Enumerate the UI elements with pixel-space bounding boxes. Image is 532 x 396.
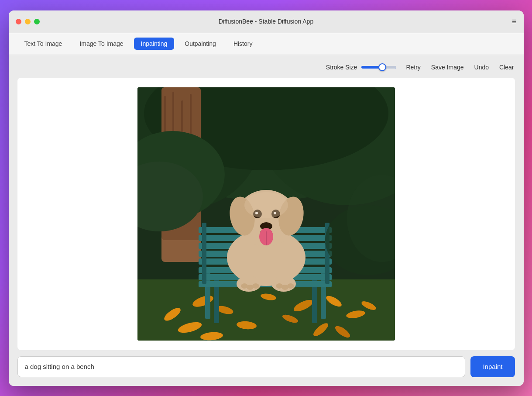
menu-icon[interactable]: ≡ <box>512 17 517 26</box>
inpaint-button[interactable]: Inpaint <box>470 356 515 377</box>
stroke-size-group: Stroke Size <box>326 64 397 71</box>
svg-rect-40 <box>202 223 206 284</box>
tab-inpainting[interactable]: Inpainting <box>134 38 175 50</box>
app-window: DiffusionBee - Stable Diffusion App ≡ Te… <box>9 10 524 386</box>
traffic-lights <box>16 19 40 24</box>
content-area: Stroke Size Retry Save Image Undo Clear <box>9 55 524 386</box>
minimize-button[interactable] <box>25 19 31 24</box>
tab-text-to-image[interactable]: Text To Image <box>17 38 69 50</box>
bottom-bar: Inpaint <box>17 350 515 379</box>
titlebar: DiffusionBee - Stable Diffusion App ≡ <box>9 10 524 33</box>
stroke-size-slider[interactable] <box>361 66 396 69</box>
stroke-size-label: Stroke Size <box>326 64 357 71</box>
navbar: Text To Image Image To Image Inpainting … <box>9 33 524 55</box>
tab-image-to-image[interactable]: Image To Image <box>72 38 130 50</box>
undo-button[interactable]: Undo <box>474 62 490 72</box>
svg-point-53 <box>244 192 288 218</box>
svg-point-58 <box>252 283 259 289</box>
toolbar: Stroke Size Retry Save Image Undo Clear <box>17 62 515 72</box>
save-image-button[interactable]: Save Image <box>430 62 465 72</box>
image-canvas[interactable] <box>17 78 515 350</box>
retry-button[interactable]: Retry <box>405 62 421 72</box>
close-button[interactable] <box>16 19 21 24</box>
window-title: DiffusionBee - Stable Diffusion App <box>219 18 313 25</box>
clear-button[interactable]: Clear <box>498 62 515 72</box>
tab-outpainting[interactable]: Outpainting <box>178 38 223 50</box>
dog-image <box>137 87 395 341</box>
prompt-input[interactable] <box>17 356 466 377</box>
svg-point-61 <box>287 283 294 289</box>
tab-history[interactable]: History <box>227 38 260 50</box>
maximize-button[interactable] <box>34 19 40 24</box>
